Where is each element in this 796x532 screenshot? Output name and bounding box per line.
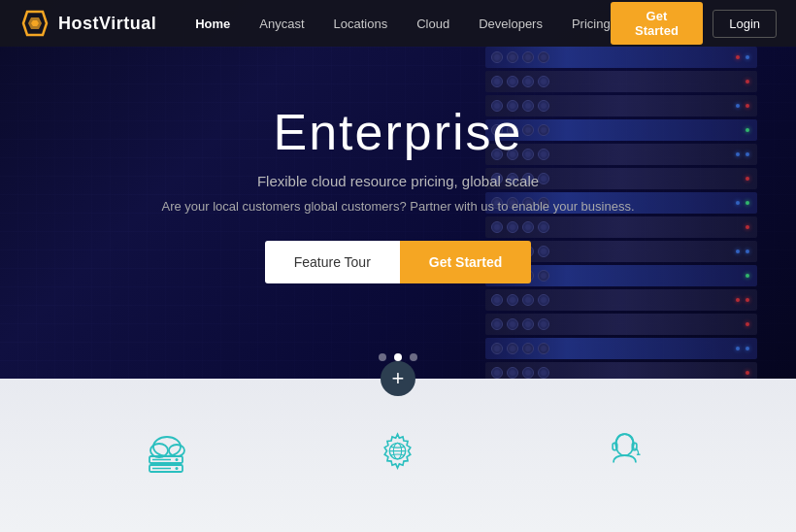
- svg-point-5: [169, 445, 184, 456]
- slide-dot-3[interactable]: [410, 353, 417, 361]
- nav-anycast[interactable]: Anycast: [259, 17, 304, 31]
- lower-section: +: [0, 379, 796, 532]
- svg-point-10: [176, 467, 179, 470]
- nav-actions: Get Started Login: [611, 2, 777, 45]
- server-cloud-icon: [140, 425, 203, 479]
- hero-description: Are your local customers global customer…: [161, 199, 634, 214]
- feature-tour-button[interactable]: Feature Tour: [265, 241, 400, 283]
- nav-home[interactable]: Home: [195, 17, 230, 31]
- expand-button[interactable]: +: [381, 361, 415, 396]
- nav-links: Home Anycast Locations Cloud Developers …: [195, 17, 611, 31]
- hero-subtitle: Flexible cloud resource pricing, global …: [257, 173, 539, 189]
- nav-pricing[interactable]: Pricing: [572, 17, 611, 31]
- hero-content: Enterprise Flexible cloud resource prici…: [0, 47, 796, 379]
- hero-title: Enterprise: [274, 103, 523, 161]
- hero-section: // Generate server rack units const rack…: [0, 0, 796, 379]
- nav-cloud[interactable]: Cloud: [416, 17, 449, 31]
- feature-support: [593, 425, 656, 479]
- nav-locations[interactable]: Locations: [334, 17, 388, 31]
- hero-buttons: Feature Tour Get Started: [265, 241, 532, 283]
- globe-gear-icon: [366, 425, 429, 479]
- navbar-get-started-button[interactable]: Get Started: [611, 2, 703, 45]
- svg-rect-16: [613, 443, 617, 449]
- slide-dot-2[interactable]: [394, 353, 402, 361]
- nav-developers[interactable]: Developers: [479, 17, 543, 31]
- hero-get-started-button[interactable]: Get Started: [400, 241, 531, 283]
- features-row: [0, 396, 796, 479]
- hero-dots: [379, 353, 417, 361]
- brand-name: HostVirtual: [58, 14, 156, 34]
- logo-icon: [19, 10, 50, 37]
- feature-global: [366, 425, 429, 479]
- feature-servers: [140, 425, 203, 479]
- navbar: HostVirtual Home Anycast Locations Cloud…: [0, 0, 796, 47]
- plus-icon: +: [392, 366, 405, 391]
- support-icon: [593, 425, 656, 479]
- navbar-login-button[interactable]: Login: [713, 10, 777, 38]
- svg-point-7: [176, 458, 179, 461]
- logo[interactable]: HostVirtual: [19, 10, 156, 37]
- slide-dot-1[interactable]: [379, 353, 386, 361]
